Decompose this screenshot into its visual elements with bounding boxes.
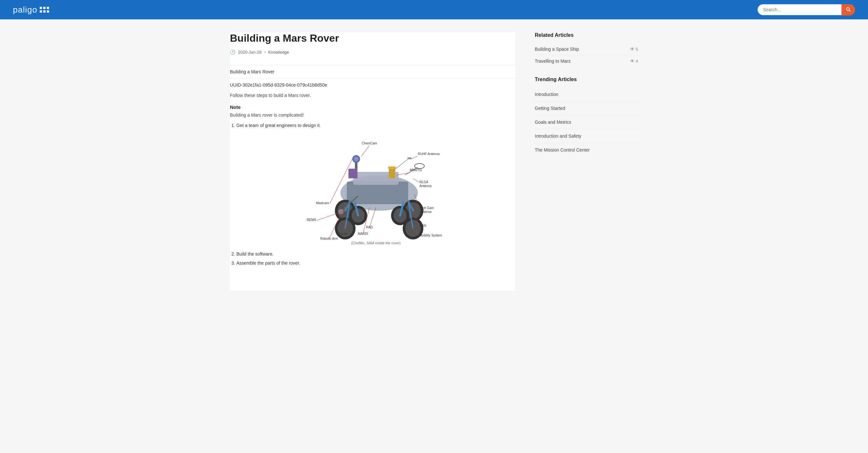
svg-point-8 (354, 157, 359, 161)
related-articles-list: Building a Space Ship 👁 5 Travelling to … (535, 43, 638, 67)
meta-separator: • (264, 50, 266, 55)
note-box: Note Building a Mars rover is complicate… (230, 104, 516, 118)
meta-category: Knowledge (268, 50, 289, 55)
svg-rect-11 (388, 167, 396, 169)
logo-dot (47, 7, 49, 9)
view-count: 4 (636, 59, 638, 64)
svg-text:RLGA: RLGA (420, 180, 429, 184)
main-layout: Building a Mars Rover 🕐 2020-Jan-28 • Kn… (217, 20, 651, 304)
svg-text:Mobility System: Mobility System (420, 234, 442, 237)
info-name: Building a Mars Rover (230, 65, 516, 78)
meta-date: 2020-Jan-28 (238, 50, 261, 55)
header: paligo (0, 0, 868, 20)
svg-rect-9 (348, 169, 358, 178)
related-article-views: 👁 4 (630, 59, 638, 64)
step-3: Assemble the parts of the rover. (237, 261, 516, 266)
trending-articles-list: IntroductionGetting StartedGoals and Met… (535, 88, 638, 157)
eye-icon: 👁 (630, 47, 634, 52)
search-icon (846, 7, 850, 12)
step-1: Get a team of great engineers to design … (237, 123, 516, 128)
logo-dot (40, 7, 42, 9)
sidebar: Related Articles Building a Space Ship 👁… (535, 32, 638, 291)
related-articles-section: Related Articles Building a Space Ship 👁… (535, 32, 638, 67)
trending-article[interactable]: Introduction (535, 88, 638, 101)
search-input[interactable] (757, 4, 841, 15)
svg-text:Robotic Arm: Robotic Arm (320, 237, 338, 240)
svg-line-1 (849, 10, 850, 11)
note-text: Building a Mars rover is complicated! (230, 113, 516, 118)
trending-article-name: Introduction and Safety (535, 133, 581, 139)
logo-dot (47, 10, 49, 12)
article-content: Building a Mars Rover 🕐 2020-Jan-28 • Kn… (230, 32, 516, 291)
image-caption: (CheMin, SAM inside the rover) (351, 241, 400, 245)
svg-text:DAN: DAN (420, 224, 426, 228)
eye-icon: 👁 (630, 59, 634, 64)
svg-text:Antenna: Antenna (420, 210, 432, 214)
trending-article-name: Getting Started (535, 105, 565, 111)
trending-articles-section: Trending Articles IntroductionGetting St… (535, 77, 638, 157)
related-article-views: 👁 5 (630, 47, 638, 52)
logo-dots (40, 7, 50, 13)
clock-icon: 🕐 (230, 50, 236, 55)
trending-article[interactable]: The Mission Control Center (535, 143, 638, 157)
article-meta: 🕐 2020-Jan-28 • Knowledge (230, 50, 516, 55)
step-2: Build the software. (237, 251, 516, 256)
article-description: Follow these steps to build a Mars rover… (230, 91, 516, 98)
logo-text: paligo (13, 5, 37, 15)
note-title: Note (230, 104, 516, 110)
related-article-name: Travelling to Mars (535, 59, 570, 64)
view-count: 5 (636, 47, 638, 52)
trending-article-name: Goals and Metrics (535, 120, 571, 125)
logo-dot (43, 7, 45, 9)
svg-text:High Gain: High Gain (420, 206, 434, 210)
trending-article-name: Introduction (535, 92, 558, 97)
logo-dot (40, 10, 42, 12)
trending-articles-title: Trending Articles (535, 77, 638, 82)
logo: paligo (13, 5, 50, 15)
trending-article[interactable]: Goals and Metrics (535, 115, 638, 129)
svg-text:MMRTG: MMRTG (410, 168, 422, 172)
search-button[interactable] (841, 4, 855, 16)
info-uuid: UUID-302e1fa1-095d-8329-04ce-079c41b8d50… (230, 78, 516, 91)
trending-article[interactable]: Getting Started (535, 101, 638, 115)
svg-rect-4 (347, 182, 408, 204)
related-article[interactable]: Travelling to Mars 👁 4 (535, 55, 638, 67)
related-article-name: Building a Space Ship (535, 47, 579, 52)
logo-dot (43, 10, 45, 12)
trending-article-name: The Mission Control Center (535, 147, 590, 152)
trending-article[interactable]: Introduction and Safety (535, 129, 638, 143)
related-article[interactable]: Building a Space Ship 👁 5 (535, 43, 638, 55)
svg-text:ChemCam: ChemCam (362, 142, 377, 145)
rover-image-container: ChemCam RUHF Antenna MMRTG RLGA Antenna … (237, 133, 516, 245)
search-container (757, 4, 855, 16)
related-articles-title: Related Articles (535, 32, 638, 38)
svg-text:Antenna: Antenna (420, 184, 432, 188)
svg-text:REMS: REMS (307, 218, 316, 222)
article-title: Building a Mars Rover (230, 32, 516, 44)
rover-diagram: ChemCam RUHF Antenna MMRTG RLGA Antenna … (299, 133, 454, 240)
steps-list-continued: Build the software. Assemble the parts o… (230, 251, 516, 266)
svg-text:RUHF Antenna: RUHF Antenna (418, 152, 440, 156)
steps-list: Get a team of great engineers to design … (230, 123, 516, 128)
svg-text:Mastcam: Mastcam (316, 201, 329, 205)
